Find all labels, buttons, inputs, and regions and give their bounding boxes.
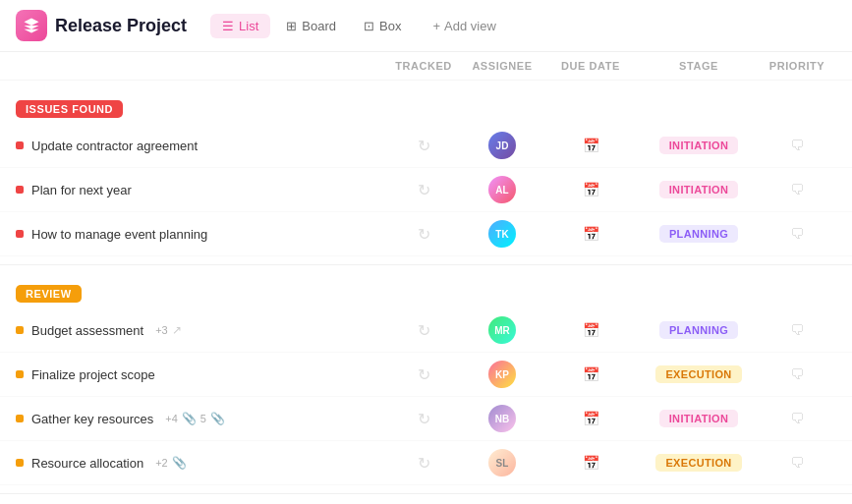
- task-name-cell: Finalize project scope: [16, 367, 384, 382]
- col-due-date: DUE DATE: [541, 60, 640, 72]
- tab-box[interactable]: ⊡ Box: [352, 14, 413, 38]
- comment-icon: 🗨: [790, 322, 804, 338]
- comment-icon: 🗨: [790, 138, 804, 153]
- due-date-cell: 📅: [541, 411, 640, 426]
- calendar-icon: 📅: [583, 455, 599, 471]
- table-row[interactable]: Update contractor agreement ↻ JD 📅 INITI…: [0, 124, 852, 168]
- avatar: MR: [488, 316, 516, 344]
- table-row[interactable]: Plan for next year ↻ AL 📅 INITIATION 🗨: [0, 168, 852, 212]
- app-header: Release Project ☰ List ⊞ Board ⊡ Box + A…: [0, 0, 852, 52]
- due-date-cell: 📅: [541, 226, 640, 242]
- assignee-cell: JD: [463, 132, 541, 159]
- table-row[interactable]: How to manage event planning ↻ TK 📅 PLAN…: [0, 212, 852, 256]
- due-date-cell: 📅: [541, 182, 640, 197]
- assignee-cell: KP: [463, 361, 541, 388]
- task-dot: [16, 370, 24, 378]
- priority-cell: 🗨: [758, 182, 836, 197]
- priority-cell: 🗨: [758, 322, 836, 338]
- stage-cell: INITIATION: [640, 137, 758, 154]
- stage-badge: PLANNING: [659, 321, 738, 339]
- box-icon: ⊡: [364, 19, 374, 33]
- stage-cell: PLANNING: [640, 225, 758, 243]
- tracked-cell: ↻: [384, 137, 463, 155]
- issues-badge: ISSUES FOUND: [16, 100, 123, 118]
- stage-cell: PLANNING: [640, 321, 758, 339]
- task-name-cell: Resource allocation +2 📎: [16, 456, 384, 471]
- comment-icon: 🗨: [790, 455, 804, 471]
- task-meta: +4 📎 5 📎: [165, 412, 225, 425]
- tracked-cell: ↻: [384, 181, 463, 199]
- app-icon: [16, 10, 47, 41]
- task-name-cell: Update contractor agreement: [16, 139, 384, 153]
- list-icon: ☰: [222, 19, 234, 33]
- stage-cell: EXECUTION: [640, 454, 758, 472]
- calendar-icon: 📅: [583, 411, 599, 426]
- task-name-cell: Plan for next year: [16, 183, 384, 197]
- calendar-icon: 📅: [583, 138, 599, 153]
- task-name: Gather key resources: [31, 412, 153, 426]
- tracked-icon: ↻: [418, 181, 430, 199]
- task-dot: [16, 141, 24, 149]
- comment-icon: 🗨: [790, 366, 804, 382]
- project-title: Release Project: [55, 16, 187, 36]
- col-name: [16, 60, 384, 72]
- table-row[interactable]: Budget assessment +3 ↗ ↻ MR 📅 PLANNING 🗨: [0, 308, 852, 353]
- assignee-cell: NB: [463, 405, 541, 432]
- priority-cell: 🗨: [758, 226, 836, 242]
- due-date-cell: 📅: [541, 138, 640, 153]
- attach-icon: 📎: [210, 412, 225, 425]
- col-tracked: TRACKED: [384, 60, 463, 72]
- paperclip-icon: 📎: [172, 456, 187, 470]
- calendar-icon: 📅: [583, 366, 599, 382]
- avatar: NB: [488, 405, 516, 432]
- avatar: AL: [488, 176, 516, 203]
- comment-icon: 🗨: [790, 182, 804, 197]
- tracked-cell: ↻: [384, 410, 463, 428]
- table-row[interactable]: Finalize project scope ↻ KP 📅 EXECUTION …: [0, 353, 852, 397]
- task-name: Finalize project scope: [31, 367, 155, 382]
- calendar-icon: 📅: [583, 182, 599, 197]
- stage-badge: EXECUTION: [655, 365, 741, 383]
- tracked-icon: ↻: [418, 321, 430, 340]
- task-name: Update contractor agreement: [31, 139, 198, 153]
- table-row[interactable]: Gather key resources +4 📎 5 📎 ↻ NB 📅 INI…: [0, 397, 852, 441]
- section-issues-header: ISSUES FOUND: [0, 88, 852, 124]
- calendar-icon: 📅: [583, 322, 599, 338]
- task-meta: +2 📎: [155, 456, 187, 470]
- section-review: REVIEW Budget assessment +3 ↗ ↻ MR 📅 PLA…: [0, 273, 852, 485]
- stage-badge: PLANNING: [659, 225, 738, 243]
- stage-cell: INITIATION: [640, 410, 758, 427]
- comment-icon: 🗨: [790, 411, 804, 426]
- tracked-cell: ↻: [384, 454, 463, 473]
- assignee-cell: SL: [463, 449, 541, 476]
- paperclip-icon: 📎: [182, 412, 197, 425]
- task-dot: [16, 326, 24, 334]
- tracked-cell: ↻: [384, 225, 463, 244]
- tracked-cell: ↻: [384, 321, 463, 340]
- task-name: How to manage event planning: [31, 227, 207, 242]
- avatar: TK: [488, 220, 516, 248]
- priority-cell: 🗨: [758, 455, 836, 471]
- tracked-icon: ↻: [418, 454, 430, 473]
- col-priority: PRIORITY: [758, 60, 836, 72]
- due-date-cell: 📅: [541, 366, 640, 382]
- table-row[interactable]: Resource allocation +2 📎 ↻ SL 📅 EXECUTIO…: [0, 441, 852, 485]
- tab-list[interactable]: ☰ List: [210, 14, 270, 38]
- section-divider: [0, 264, 852, 265]
- stage-badge: INITIATION: [659, 410, 739, 427]
- priority-cell: 🗨: [758, 411, 836, 426]
- board-icon: ⊞: [286, 19, 297, 33]
- task-name: Resource allocation: [31, 456, 143, 471]
- task-meta: +3 ↗: [155, 323, 182, 337]
- add-view-button[interactable]: + Add view: [421, 14, 507, 38]
- assignee-cell: AL: [463, 176, 541, 203]
- stage-cell: EXECUTION: [640, 365, 758, 383]
- priority-cell: 🗨: [758, 366, 836, 382]
- avatar: KP: [488, 361, 516, 388]
- tracked-icon: ↻: [418, 365, 430, 384]
- priority-cell: 🗨: [758, 138, 836, 153]
- tab-board[interactable]: ⊞ Board: [274, 14, 348, 38]
- section-review-header: REVIEW: [0, 273, 852, 308]
- assignee-cell: TK: [463, 220, 541, 248]
- assignee-cell: MR: [463, 316, 541, 344]
